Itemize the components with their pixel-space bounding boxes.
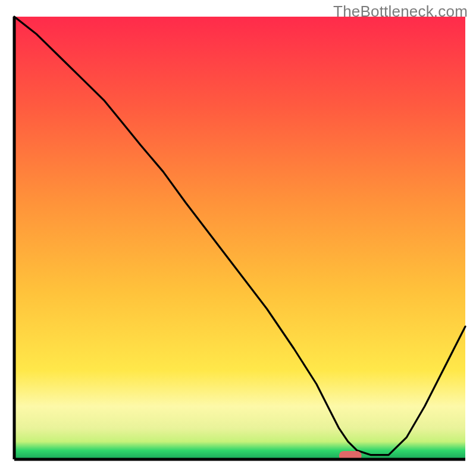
- plot-area: [14, 17, 465, 461]
- chart-stage: TheBottleneck.com: [0, 0, 476, 476]
- gradient-background: [14, 17, 465, 459]
- chart-svg: [0, 0, 476, 476]
- watermark-text: TheBottleneck.com: [333, 2, 468, 21]
